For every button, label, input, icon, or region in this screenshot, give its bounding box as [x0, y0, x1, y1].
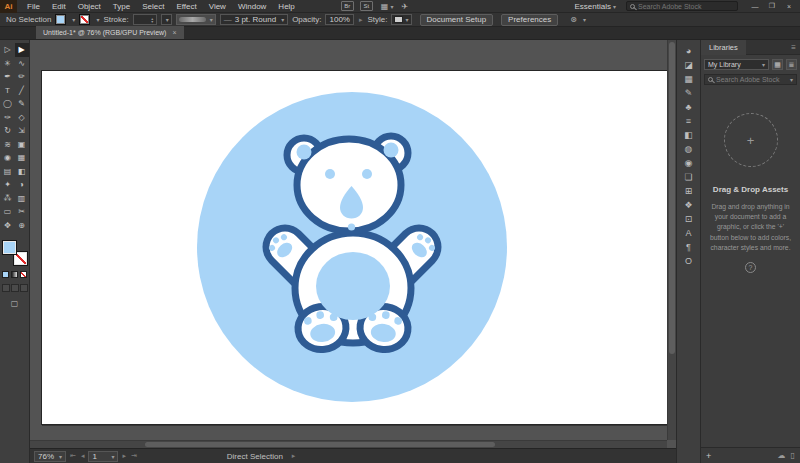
menu-item[interactable]: Help: [272, 0, 300, 13]
artboards-panel-icon[interactable]: ⊡: [677, 212, 700, 226]
paintbrush-tool[interactable]: ✎: [15, 97, 29, 111]
opacity-value-dropdown[interactable]: 100%: [325, 14, 353, 25]
vertical-scrollbar-thumb[interactable]: [669, 42, 675, 354]
draw-behind-button[interactable]: [11, 284, 19, 292]
artboard-tool[interactable]: ▭: [1, 205, 15, 219]
last-artboard-button[interactable]: ⇥: [130, 452, 138, 460]
menu-item[interactable]: File: [21, 0, 46, 13]
add-asset-button[interactable]: +: [706, 451, 711, 461]
pen-tool[interactable]: ✒: [1, 70, 15, 84]
menu-item[interactable]: Type: [107, 0, 136, 13]
none-mode-button[interactable]: [20, 271, 27, 278]
menu-item[interactable]: View: [203, 0, 232, 13]
selection-tool[interactable]: ▷: [1, 43, 15, 57]
bridge-badge[interactable]: Br: [341, 1, 354, 11]
app-logo[interactable]: Ai: [0, 0, 17, 13]
stroke-weight-dropdown[interactable]: ▾: [161, 14, 172, 25]
type-tool[interactable]: T: [1, 84, 15, 98]
horizontal-scrollbar[interactable]: [30, 440, 667, 448]
tab-libraries[interactable]: Libraries: [701, 40, 746, 55]
cloud-sync-icon[interactable]: ☁: [778, 451, 786, 460]
first-artboard-button[interactable]: ⇤: [69, 452, 77, 460]
eyedropper-tool[interactable]: ✦: [1, 178, 15, 192]
list-view-button[interactable]: ≣: [786, 59, 797, 70]
workspace-switcher[interactable]: Essentials▾: [575, 2, 616, 11]
gradient-tool[interactable]: ◧: [15, 165, 29, 179]
document-tab[interactable]: Untitled-1* @ 76% (RGB/GPU Preview) ×: [36, 26, 184, 39]
library-search-field[interactable]: Search Adobe Stock ▾: [704, 74, 797, 85]
menu-item[interactable]: Window: [232, 0, 272, 13]
lasso-tool[interactable]: ∿: [15, 57, 29, 71]
status-indicator[interactable]: Direct Selection ▸: [227, 452, 297, 461]
rotate-tool[interactable]: ↻: [1, 124, 15, 138]
drop-target-circle[interactable]: +: [724, 113, 778, 167]
direct-selection-tool[interactable]: ▶: [15, 43, 29, 57]
artboard[interactable]: [42, 71, 667, 424]
close-tab-icon[interactable]: ×: [172, 29, 176, 36]
transparency-panel-icon[interactable]: ◍: [677, 142, 700, 156]
brushes-panel-icon[interactable]: ✎: [677, 86, 700, 100]
fill-color-indicator[interactable]: [2, 240, 17, 255]
free-transform-tool[interactable]: ▣: [15, 138, 29, 152]
character-panel-icon[interactable]: A: [677, 226, 700, 240]
close-button[interactable]: ×: [782, 1, 796, 12]
perspective-grid-tool[interactable]: ▦: [15, 151, 29, 165]
opentype-panel-icon[interactable]: O: [677, 254, 700, 268]
status-flyout-icon[interactable]: ▸: [291, 452, 297, 460]
fill-color-swatch[interactable]: [55, 14, 66, 25]
symbols-panel-icon[interactable]: ♣: [677, 100, 700, 114]
opacity-flyout-icon[interactable]: ▸: [358, 16, 364, 24]
column-graph-tool[interactable]: ▥: [15, 192, 29, 206]
zoom-tool[interactable]: ⊕: [15, 219, 29, 233]
color-guide-panel-icon[interactable]: ◪: [677, 58, 700, 72]
vertical-scrollbar[interactable]: [667, 40, 676, 440]
stroke-color-swatch[interactable]: [79, 14, 90, 25]
stock-search-input[interactable]: [638, 3, 728, 10]
hand-tool[interactable]: ✥: [1, 219, 15, 233]
style-dropdown[interactable]: ▾: [391, 14, 411, 25]
line-segment-tool[interactable]: ╱: [15, 84, 29, 98]
graphic-styles-panel-icon[interactable]: ❏: [677, 170, 700, 184]
blend-tool[interactable]: ◑: [15, 178, 29, 192]
teddy-bear-artwork[interactable]: [42, 71, 667, 424]
delete-icon[interactable]: ▯: [791, 451, 795, 460]
color-panel-icon[interactable]: ◕: [677, 44, 700, 58]
draw-inside-button[interactable]: [20, 284, 28, 292]
eraser-tool[interactable]: ◇: [15, 111, 29, 125]
links-panel-icon[interactable]: ⊞: [677, 184, 700, 198]
ellipse-tool[interactable]: ◯: [1, 97, 15, 111]
appearance-panel-icon[interactable]: ◉: [677, 156, 700, 170]
chevron-down-icon[interactable]: ▾: [96, 16, 99, 23]
horizontal-scrollbar-thumb[interactable]: [145, 442, 495, 447]
gradient-mode-button[interactable]: [11, 271, 18, 278]
swatches-panel-icon[interactable]: ▦: [677, 72, 700, 86]
document-setup-button[interactable]: Document Setup: [420, 14, 494, 26]
stroke-weight-stepper[interactable]: ▴▾: [133, 14, 157, 25]
draw-normal-button[interactable]: [2, 284, 10, 292]
artboard-navigation-select[interactable]: 1▾: [88, 451, 118, 462]
restore-button[interactable]: ❐: [765, 1, 779, 12]
grid-view-button[interactable]: ▦: [772, 59, 783, 70]
menu-item[interactable]: Edit: [46, 0, 72, 13]
next-artboard-button[interactable]: ▸: [121, 452, 127, 460]
curvature-tool[interactable]: ✏: [15, 70, 29, 84]
library-select[interactable]: My Library▾: [704, 59, 769, 70]
menu-item[interactable]: Effect: [170, 0, 202, 13]
color-mode-button[interactable]: [2, 271, 9, 278]
help-icon[interactable]: ?: [745, 262, 756, 273]
preferences-button[interactable]: Preferences: [501, 14, 558, 26]
screen-mode-button[interactable]: ▢: [11, 299, 19, 308]
gradient-panel-icon[interactable]: ◧: [677, 128, 700, 142]
layers-panel-icon[interactable]: ❖: [677, 198, 700, 212]
stock-search-box[interactable]: [626, 1, 738, 11]
paragraph-panel-icon[interactable]: ¶: [677, 240, 700, 254]
previous-artboard-button[interactable]: ◂: [80, 452, 86, 460]
width-tool[interactable]: ≋: [1, 138, 15, 152]
canvas-area[interactable]: [30, 40, 676, 448]
chevron-down-icon[interactable]: ▾: [72, 16, 75, 23]
menu-item[interactable]: Object: [72, 0, 107, 13]
shape-builder-tool[interactable]: ◉: [1, 151, 15, 165]
minimize-button[interactable]: —: [748, 1, 762, 12]
menu-item[interactable]: Select: [136, 0, 170, 13]
select-similar-icon[interactable]: ⊛: [570, 15, 577, 24]
